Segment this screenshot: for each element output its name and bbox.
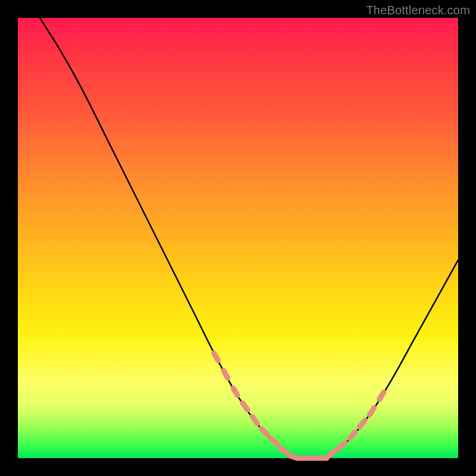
highlight-pill <box>359 421 365 427</box>
highlight-pill <box>380 392 384 399</box>
plot-area <box>18 18 458 458</box>
highlight-pill <box>261 429 267 435</box>
highlight-markers <box>214 353 384 459</box>
highlight-pill <box>252 416 257 423</box>
highlight-pill <box>280 448 287 453</box>
highlight-pill <box>243 403 248 409</box>
watermark-text: TheBottleneck.com <box>366 4 470 17</box>
highlight-pill <box>214 353 218 361</box>
highlight-pill <box>329 450 336 456</box>
highlight-pill <box>224 371 228 378</box>
highlight-pill <box>350 432 355 439</box>
highlight-pill <box>290 456 298 458</box>
highlight-pill <box>369 408 374 415</box>
curve-svg <box>18 18 458 458</box>
highlight-pill <box>233 388 237 395</box>
highlight-pill <box>339 443 345 448</box>
bottleneck-curve <box>40 18 458 459</box>
chart-frame: TheBottleneck.com <box>0 0 476 476</box>
highlight-pill <box>271 439 277 444</box>
